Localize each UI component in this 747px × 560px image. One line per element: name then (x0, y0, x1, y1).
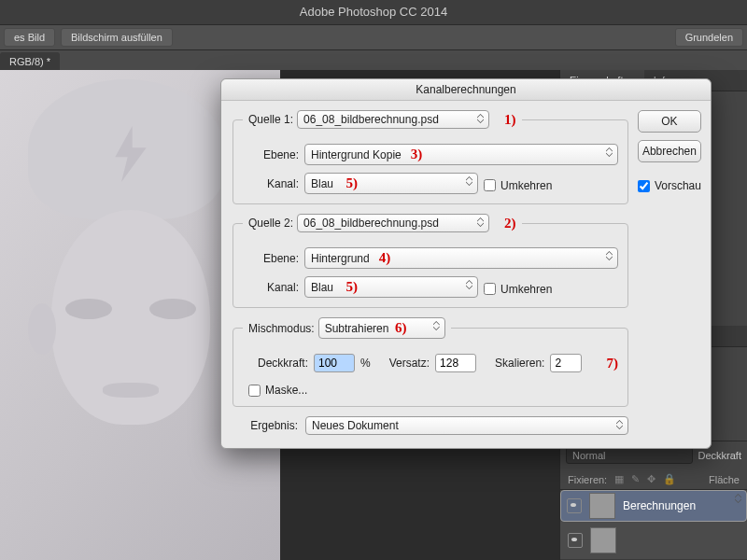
ok-button[interactable]: OK (638, 110, 701, 133)
source2-channel-select[interactable]: Blau 5) (304, 276, 478, 298)
visibility-icon[interactable] (567, 498, 582, 513)
workspace-essentials-button[interactable]: Grundelen (675, 28, 743, 47)
document-tabs: RGB/8) * (0, 50, 747, 72)
layer-row[interactable] (560, 522, 747, 560)
visibility-icon[interactable] (568, 533, 583, 548)
document-tab[interactable]: RGB/8) * (0, 52, 60, 71)
lightning-icon (112, 126, 149, 182)
lock-all-icon[interactable]: 🔒 (663, 473, 676, 485)
source2-layer-select[interactable]: Hintergrund 4) (304, 247, 618, 269)
annotation-4: 4) (379, 250, 391, 265)
annotation-7: 7) (606, 356, 618, 371)
fill-label: Fläche (709, 474, 740, 485)
offset-input[interactable] (435, 354, 476, 372)
cancel-button[interactable]: Abbrechen (638, 140, 701, 162)
source2-invert-checkbox[interactable]: Umkehren (484, 283, 552, 296)
source1-channel-select[interactable]: Blau 5) (304, 173, 478, 194)
opacity-label: Deckkraft: (243, 357, 308, 370)
source1-file-select[interactable]: 06_08_bildberechnung.psd (297, 110, 489, 129)
source1-layer-label: Ebene: (243, 148, 299, 161)
annotation-2: 2) (504, 216, 516, 231)
annotation-3: 3) (411, 147, 423, 161)
annotation-5b: 5) (345, 279, 358, 294)
app-titlebar: Adobe Photoshop CC 2014 (0, 0, 747, 25)
opacity-label: Deckkraft (698, 450, 741, 461)
annotation-1: 1) (504, 112, 516, 128)
blend-mode-select[interactable]: Normal (566, 447, 693, 464)
mask-checkbox[interactable]: Maske... (248, 384, 307, 397)
layer-thumbnail (589, 493, 615, 519)
lock-move-icon[interactable]: ✥ (647, 473, 655, 485)
opacity-input[interactable] (314, 354, 355, 372)
source2-file-select[interactable]: 06_08_bildberechnung.psd (297, 214, 489, 232)
lock-label: Fixieren: (568, 474, 607, 485)
scale-input[interactable] (550, 354, 582, 372)
fit-image-button[interactable]: es Bild (4, 28, 55, 47)
lock-transparency-icon[interactable]: ▦ (614, 473, 624, 485)
blending-group: Mischmodus: Subtrahieren 6) Deckkraft: %… (233, 317, 628, 407)
result-select[interactable]: Neues Dokument (305, 416, 628, 435)
lock-brush-icon[interactable]: ✎ (631, 473, 640, 485)
layer-thumbnail (590, 527, 616, 553)
source2-group: Quelle 2: 06_08_bildberechnung.psd 2) Eb… (233, 214, 628, 308)
annotation-5a: 5) (345, 175, 358, 190)
source1-invert-checkbox[interactable]: Umkehren (484, 179, 552, 192)
source1-layer-select[interactable]: Hintergrund Kopie 3) (304, 144, 618, 165)
layer-name: Berechnungen (623, 499, 696, 512)
annotation-6: 6) (395, 320, 407, 335)
scale-label: Skalieren: (495, 357, 544, 370)
dialog-title: Kanalberechnungen (221, 79, 711, 101)
calculations-dialog: Kanalberechnungen Quelle 1: 06_08_bildbe… (220, 78, 712, 449)
source1-group: Quelle 1: 06_08_bildberechnung.psd 1) Eb… (233, 110, 628, 204)
offset-label: Versatz: (389, 357, 430, 370)
app-window: Adobe Photoshop CC 2014 es Bild Bildschi… (0, 0, 747, 560)
blending-legend: Mischmodus: (248, 322, 315, 335)
source1-legend: Quelle 1: (248, 113, 293, 126)
options-bar: es Bild Bildschirm ausfüllen Grundelen (0, 25, 747, 50)
source2-legend: Quelle 2: (248, 217, 293, 230)
result-label: Ergebnis: (233, 419, 298, 432)
preview-checkbox[interactable]: Vorschau (638, 179, 701, 192)
source2-channel-label: Kanal: (243, 281, 299, 294)
layers-lock-row: Fixieren: ▦ ✎ ✥ 🔒 Fläche (560, 469, 747, 490)
fill-screen-button[interactable]: Bildschirm ausfüllen (61, 28, 173, 47)
blend-mode-select[interactable]: Subtrahieren 6) (318, 317, 445, 339)
source1-channel-label: Kanal: (243, 177, 299, 190)
svg-marker-0 (115, 126, 146, 182)
percent-label: % (360, 357, 371, 370)
layer-row-calculations[interactable]: Berechnungen (560, 490, 747, 522)
source2-layer-label: Ebene: (243, 252, 299, 265)
